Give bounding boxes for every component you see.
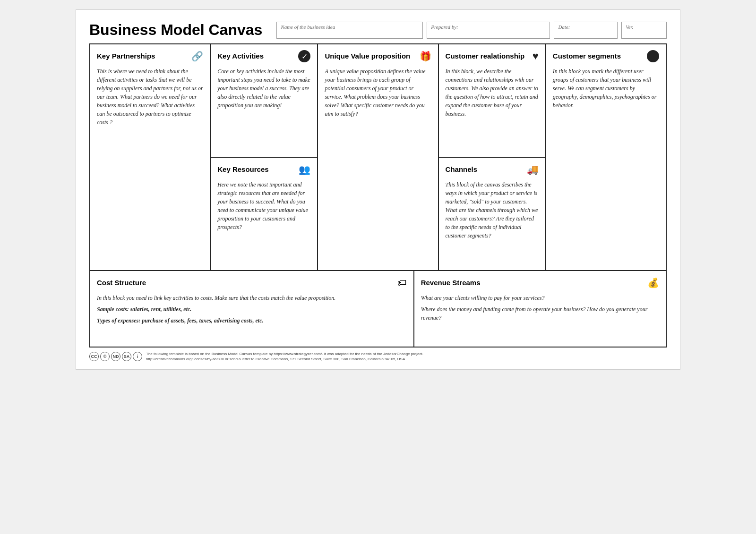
channels-title: Channels	[446, 165, 478, 174]
nd-icon: ND	[111, 352, 120, 361]
cell-key-resources: Key Resources Here we note the most impo…	[211, 158, 317, 270]
col-crm-wrapper: Customer realationship ♥ In this block, …	[439, 44, 546, 270]
revenue-streams-body: What are your clients willing to pay for…	[421, 294, 659, 325]
cell-cost-structure: Cost Structure In this block you need to…	[90, 271, 414, 347]
key-resources-body: Here we note the most important and stra…	[217, 180, 310, 231]
header-fields: Name of the business idea Prepared by: D…	[276, 22, 667, 39]
cell-key-activities: Key Activities ✓ Core or key activities …	[211, 44, 317, 158]
gift-icon	[420, 50, 431, 62]
people-icon	[299, 163, 310, 176]
heart-icon: ♥	[533, 50, 539, 62]
business-idea-field: Name of the business idea	[276, 22, 423, 39]
customer-relationship-title-row: Customer realationship ♥	[446, 50, 539, 62]
header-row: Business Model Canvas Name of the busine…	[89, 21, 667, 39]
key-partnerships-title-row: Key Partnerships	[97, 50, 203, 62]
date-label: Date:	[558, 24, 613, 30]
tag-icon	[397, 277, 407, 289]
channels-title-row: Channels	[446, 163, 539, 176]
cost-structure-body: In this block you need to link key activ…	[97, 294, 407, 328]
key-resources-title-row: Key Resources	[217, 163, 310, 176]
key-partnerships-title: Key Partnerships	[97, 52, 155, 60]
cell-customer-relationship: Customer realationship ♥ In this block, …	[439, 44, 545, 158]
ver-field: Ver.	[621, 22, 667, 39]
prepared-by-label: Prepared by:	[431, 24, 546, 30]
col-activities-wrapper: Key Activities ✓ Core or key activities …	[211, 44, 318, 270]
types-expenses-label: Types of expenses: purchase of assets, f…	[97, 317, 264, 324]
cell-channels: Channels This block of the canvas descri…	[439, 158, 545, 270]
ver-input[interactable]	[626, 30, 662, 36]
cell-customer-segments: Customer segments In this block you mark…	[546, 44, 666, 270]
customer-segments-title-row: Customer segments	[553, 50, 659, 62]
link-icon	[191, 50, 203, 62]
date-field: Date:	[554, 22, 618, 39]
info-icon: i	[133, 352, 142, 361]
customer-segments-title: Customer segments	[553, 52, 621, 60]
cost-structure-title-row: Cost Structure	[97, 277, 407, 289]
date-input[interactable]	[558, 30, 613, 36]
key-activities-body: Core or key activities include the most …	[217, 67, 310, 110]
page: Business Model Canvas Name of the busine…	[76, 9, 680, 370]
unique-value-title-row: Unique Value proposition	[325, 50, 431, 62]
key-partnerships-body: This is where we need to think about the…	[97, 67, 203, 129]
channels-body: This block of the canvas describes the w…	[446, 180, 539, 240]
footer-text: The following template is based on the B…	[146, 351, 423, 362]
sample-costs-label: Sample costs: salaries, rent, utilities,…	[97, 306, 191, 313]
canvas-bottom: Cost Structure In this block you need to…	[90, 271, 666, 347]
cell-revenue-streams: Revenue Streams What are your clients wi…	[414, 271, 666, 347]
unique-value-body: A unique value proposition defines the v…	[325, 67, 431, 121]
key-activities-title: Key Activities	[217, 52, 264, 60]
page-title: Business Model Canvas	[89, 21, 262, 39]
revenue-streams-title: Revenue Streams	[421, 279, 481, 287]
canvas: Key Partnerships This is where we need t…	[89, 43, 667, 348]
key-resources-title: Key Resources	[217, 165, 268, 174]
customer-segments-body: In this block you mark the different use…	[553, 67, 659, 112]
cell-unique-value: Unique Value proposition A unique value …	[318, 44, 438, 270]
dollar-icon	[647, 277, 659, 289]
person-icon	[647, 50, 659, 62]
cc-icon: CC	[89, 352, 99, 361]
cell-key-partnerships: Key Partnerships This is where we need t…	[90, 44, 211, 270]
key-activities-title-row: Key Activities ✓	[217, 50, 310, 62]
prepared-by-input[interactable]	[431, 30, 546, 36]
sa-icon: SA	[122, 352, 131, 361]
footer-icons: CC © ND SA i	[89, 352, 142, 361]
customer-relationship-body: In this block, we describe the connectio…	[446, 67, 539, 118]
unique-value-title: Unique Value proposition	[325, 52, 410, 60]
revenue-streams-title-row: Revenue Streams	[421, 277, 659, 289]
business-idea-label: Name of the business idea	[281, 24, 419, 30]
ver-label: Ver.	[626, 24, 662, 30]
copyright-icon: ©	[100, 352, 110, 361]
footer: CC © ND SA i The following template is b…	[89, 351, 667, 362]
prepared-by-field: Prepared by:	[427, 22, 550, 39]
cost-structure-title: Cost Structure	[97, 279, 146, 287]
customer-relationship-title: Customer realationship	[446, 52, 525, 60]
canvas-top: Key Partnerships This is where we need t…	[90, 44, 666, 271]
check-icon: ✓	[298, 50, 310, 62]
business-idea-input[interactable]	[281, 30, 419, 36]
truck-icon	[527, 163, 539, 176]
